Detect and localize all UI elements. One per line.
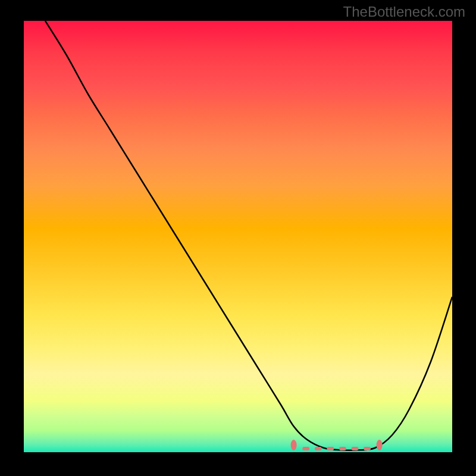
svg-rect-3: [315, 447, 322, 450]
svg-rect-2: [302, 447, 309, 450]
svg-point-0: [291, 440, 297, 450]
chart-curve-svg: [24, 21, 452, 452]
svg-rect-5: [339, 447, 346, 450]
svg-point-1: [377, 440, 383, 450]
optimal-range-markers: [291, 440, 383, 450]
svg-rect-4: [327, 447, 334, 450]
bottleneck-curve-line: [45, 21, 452, 450]
watermark-text: TheBottleneck.com: [343, 4, 465, 20]
svg-rect-7: [364, 447, 371, 450]
svg-rect-6: [351, 447, 358, 450]
chart-plot-area: [24, 21, 452, 452]
